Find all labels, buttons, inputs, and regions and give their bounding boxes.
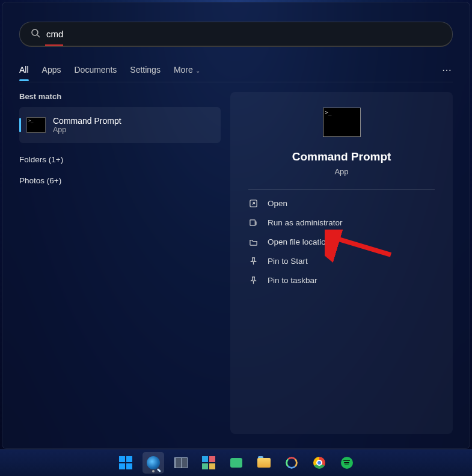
- open-icon: [248, 199, 258, 208]
- shield-icon: [248, 218, 258, 227]
- svg-line-1: [37, 35, 40, 37]
- tab-documents[interactable]: Documents: [74, 59, 117, 81]
- preview-title: Command Prompt: [292, 150, 391, 163]
- tab-more[interactable]: More⌄: [174, 59, 200, 81]
- category-photos[interactable]: Photos (6+): [19, 170, 221, 191]
- pin-icon: [248, 276, 258, 285]
- tab-apps[interactable]: Apps: [42, 59, 61, 81]
- overflow-menu-button[interactable]: ⋯: [442, 64, 453, 76]
- action-open[interactable]: Open: [248, 194, 435, 213]
- best-match-title: Command Prompt: [53, 116, 121, 126]
- preview-app-icon: [323, 108, 361, 137]
- results-column: Best match Command Prompt App Folders (1…: [19, 92, 221, 434]
- action-open-file-location[interactable]: Open file location: [248, 232, 435, 251]
- action-pin-to-start[interactable]: Pin to Start: [248, 251, 435, 270]
- file-explorer-button[interactable]: [253, 452, 275, 474]
- start-search-panel: All Apps Documents Settings More⌄ ⋯ Best…: [2, 2, 470, 449]
- search-filter-tabs: All Apps Documents Settings More⌄ ⋯: [2, 58, 470, 82]
- chat-button[interactable]: [225, 452, 247, 474]
- chrome-button[interactable]: [308, 452, 330, 474]
- task-view-button[interactable]: [170, 452, 192, 474]
- taskbar-search-button[interactable]: [143, 452, 164, 474]
- action-pin-to-taskbar[interactable]: Pin to taskbar: [248, 270, 435, 290]
- search-icon: [31, 28, 40, 40]
- svg-point-0: [32, 29, 38, 35]
- cmd-icon: [26, 117, 46, 133]
- start-button[interactable]: [115, 452, 136, 474]
- tab-settings[interactable]: Settings: [130, 59, 161, 81]
- taskbar: [0, 449, 472, 476]
- app-swirl-icon[interactable]: [281, 452, 302, 474]
- widgets-button[interactable]: [198, 452, 219, 474]
- preview-subtitle: App: [334, 167, 348, 176]
- pin-icon: [248, 257, 258, 266]
- search-underline-annotation: [45, 44, 63, 46]
- search-input[interactable]: [40, 29, 441, 39]
- best-match-label: Best match: [19, 92, 221, 101]
- spotify-button[interactable]: [336, 452, 358, 474]
- category-folders[interactable]: Folders (1+): [19, 149, 221, 170]
- action-run-as-administrator[interactable]: Run as administrator: [248, 213, 435, 232]
- best-match-result[interactable]: Command Prompt App: [19, 107, 221, 143]
- svg-rect-3: [250, 219, 254, 225]
- chevron-down-icon: ⌄: [195, 67, 200, 74]
- tab-all[interactable]: All: [19, 59, 29, 81]
- best-match-subtitle: App: [53, 126, 121, 134]
- preview-pane: Command Prompt App Open Run as administr…: [230, 92, 453, 434]
- search-box[interactable]: [19, 22, 453, 47]
- divider: [248, 189, 435, 190]
- folder-icon: [248, 237, 258, 246]
